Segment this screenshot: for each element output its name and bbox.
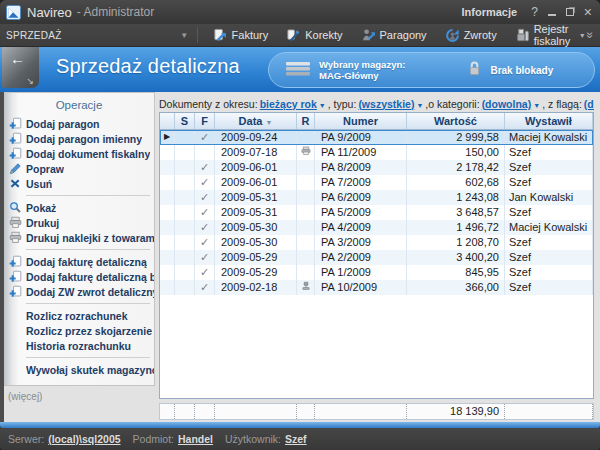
toolbar-button[interactable]: Rejestr fiskalny: [508, 21, 578, 49]
cell-numer: PA 10/2009: [315, 280, 407, 295]
cell-rowmark: [160, 175, 175, 190]
sidebar-item[interactable]: Dodaj dokument fiskalny: [4, 146, 154, 161]
column-header-rowmark[interactable]: [160, 113, 175, 129]
column-header-numer[interactable]: Numer: [315, 113, 407, 129]
minimize-icon[interactable]: [548, 6, 556, 18]
sidebar-item[interactable]: Rozlicz rozrachunek: [4, 308, 154, 323]
cell-wartosc: 150,00: [407, 145, 505, 160]
cell-data: 2009-06-01: [215, 160, 297, 175]
sidebar-item-label: Drukuj naklejki z towarami: [26, 232, 154, 244]
column-header-f[interactable]: F: [195, 113, 215, 129]
sidebar-item[interactable]: Dodaj paragon: [4, 116, 154, 131]
sidebar-item[interactable]: Usuń: [4, 176, 154, 191]
table-row[interactable]: ✓2009-02-18PA 10/2009366,00Szef: [160, 280, 593, 295]
column-header-s[interactable]: S: [175, 113, 195, 129]
sidebar-more-link[interactable]: (więcej): [4, 386, 155, 402]
toolbar-button[interactable]: Korekty: [279, 26, 349, 45]
sidebar-item[interactable]: Dodaj ZW zwrot detaliczny: [4, 284, 154, 299]
filter-link[interactable]: (wszystkie)▼: [358, 98, 423, 110]
menu-informacje[interactable]: Informacje: [461, 6, 517, 18]
delete-icon: [9, 177, 26, 190]
filter-link[interactable]: (dowolna)▼: [482, 98, 541, 110]
filter-text: Dokumenty z okresu:: [159, 98, 258, 110]
table-row[interactable]: ✓2009-05-30PA 3/20091 208,70Szef: [160, 235, 593, 250]
toolbar-separator: [197, 27, 198, 43]
toolbar-button[interactable]: Paragony: [354, 26, 434, 45]
table-row[interactable]: ✓2009-05-30PA 4/20091 496,72Maciej Kowal…: [160, 220, 593, 235]
filter-link[interactable]: (dowolna)▼: [584, 98, 594, 110]
table-row[interactable]: 2009-07-18PA 11/2009150,00Szef: [160, 145, 593, 160]
cell-numer: PA 5/2009: [315, 205, 407, 220]
table-row[interactable]: ✓2009-05-29PA 1/2009845,95Szef: [160, 265, 593, 280]
sidebar-item[interactable]: Pokaż: [4, 200, 154, 215]
restore-icon[interactable]: [566, 6, 574, 18]
check-icon: ✓: [200, 236, 209, 248]
cell-r: [297, 265, 315, 280]
sidebar-item[interactable]: Dodaj fakturę detaliczną bez p...: [4, 269, 154, 284]
cell-rowmark: [160, 190, 175, 205]
sidebar-item[interactable]: Popraw: [4, 161, 154, 176]
back-button[interactable]: ← ↘: [2, 47, 39, 88]
cell-data: 2009-05-29: [215, 250, 297, 265]
table-row[interactable]: ✓2009-05-31PA 5/20093 648,57Szef: [160, 205, 593, 220]
sidebar-item[interactable]: Dodaj fakturę detaliczną: [4, 254, 154, 269]
cell-f: ✓: [195, 205, 215, 220]
cell-wystawil: Jan Kowalski: [505, 190, 593, 205]
table-row[interactable]: ✓2009-06-01PA 8/20092 178,42Szef: [160, 160, 593, 175]
add-document-icon: [9, 285, 26, 298]
sidebar-item-label: Dodaj dokument fiskalny: [26, 148, 150, 160]
sidebar-item-label: Dodaj paragon imienny: [26, 133, 142, 145]
printer-icon: [9, 231, 26, 244]
sidebar-item[interactable]: Historia rozrachunku: [4, 338, 154, 353]
cell-data: 2009-07-18: [215, 145, 297, 160]
sidebar-item-label: Historia rozrachunku: [26, 340, 131, 352]
cell-r: [297, 205, 315, 220]
table-row[interactable]: ✓2009-05-29PA 2/20093 400,20Szef: [160, 250, 593, 265]
table-row[interactable]: ▶✓2009-09-24PA 9/20092 999,58Maciej Kowa…: [160, 130, 593, 145]
toolbar-button[interactable]: Zwroty: [438, 26, 504, 45]
sidebar-item[interactable]: Rozlicz przez skojarzenie: [4, 323, 154, 338]
module-selector[interactable]: SPRZEDAŻ ▼: [6, 30, 189, 41]
cell-data: 2009-05-30: [215, 235, 297, 250]
column-header-wartosc[interactable]: Wartość: [407, 113, 505, 129]
magazine-selector[interactable]: Wybrany magazyn: MAG-Główny: [285, 59, 405, 82]
sidebar-item[interactable]: Drukuj naklejki z towarami: [4, 230, 154, 245]
column-header-wystawil[interactable]: Wystawił: [505, 113, 593, 129]
cell-wystawil: Szef: [505, 265, 593, 280]
summary-cell: [195, 404, 215, 419]
toolbar-button[interactable]: Faktury: [206, 26, 276, 45]
table-row[interactable]: ✓2009-05-31PA 6/20091 243,08Jan Kowalski: [160, 190, 593, 205]
content: Operacje Dodaj paragonDodaj paragon imie…: [0, 92, 600, 422]
check-icon: ✓: [200, 191, 209, 203]
cell-rowmark: ▶: [160, 130, 175, 145]
cell-numer: PA 3/2009: [315, 235, 407, 250]
help-icon[interactable]: ?: [531, 6, 538, 18]
sidebar-item[interactable]: Dodaj paragon imienny: [4, 131, 154, 146]
check-icon: ✓: [200, 176, 209, 188]
filter-link[interactable]: bieżący rok▼: [260, 98, 326, 110]
cell-rowmark: [160, 265, 175, 280]
statusbar-item: Serwer:(local)\sql2005: [8, 433, 121, 445]
sidebar-item-label: Dodaj ZW zwrot detaliczny: [26, 286, 154, 298]
cell-s: [175, 250, 195, 265]
dropdown-arrow-icon: ▼: [533, 102, 540, 109]
cell-r: [297, 220, 315, 235]
column-header-data[interactable]: Data▼: [215, 113, 297, 129]
pallet-icon: [285, 59, 311, 82]
add-document-icon: [9, 255, 26, 268]
filter-text: , typu:: [328, 98, 357, 110]
printer-icon: [9, 216, 26, 229]
add-document-icon: [9, 270, 26, 283]
cell-s: [175, 175, 195, 190]
sidebar-item[interactable]: Drukuj: [4, 215, 154, 230]
statusbar-value: Handel: [178, 433, 213, 445]
toolbar-overflow-chevron-icon[interactable]: »: [584, 32, 598, 39]
table-row[interactable]: ✓2009-06-01PA 7/2009602,68Szef: [160, 175, 593, 190]
header-status-pill: Wybrany magazyn: MAG-Główny Brak blokady: [268, 52, 595, 88]
lock-status-label: Brak blokady: [490, 65, 553, 76]
sidebar-item[interactable]: Wywołaj skutek magazynowy: [4, 362, 154, 377]
cell-f: ✓: [195, 130, 215, 145]
column-header-r[interactable]: R: [297, 113, 315, 129]
filter-link-text: (dowolna): [584, 98, 594, 110]
close-icon[interactable]: ×: [584, 6, 592, 18]
